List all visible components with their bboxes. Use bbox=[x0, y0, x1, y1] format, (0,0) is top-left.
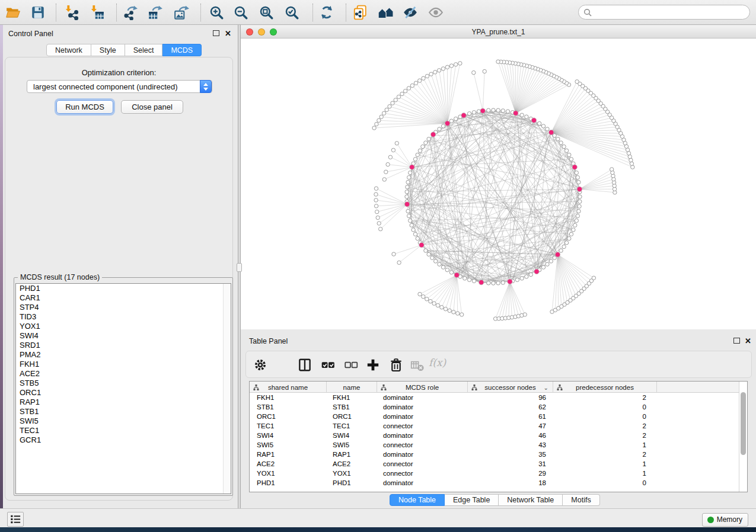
column-header-name[interactable]: name bbox=[327, 382, 377, 393]
network-leaf-node[interactable] bbox=[375, 210, 379, 213]
network-node[interactable] bbox=[409, 219, 412, 222]
table-row[interactable]: ORC1ORC1dominator610 bbox=[250, 412, 739, 421]
network-node[interactable] bbox=[424, 249, 428, 252]
network-node[interactable] bbox=[472, 111, 476, 114]
mcds-result-item[interactable]: STB5 bbox=[16, 379, 231, 388]
network-node[interactable] bbox=[525, 275, 528, 278]
network-leaf-node[interactable] bbox=[483, 69, 486, 73]
mcds-result-item[interactable]: SRD1 bbox=[16, 341, 231, 350]
network-node[interactable] bbox=[449, 271, 453, 274]
network-leaf-node[interactable] bbox=[379, 227, 382, 230]
table-row[interactable]: STB1STB1dominator620 bbox=[250, 402, 739, 412]
mcds-hub-node[interactable] bbox=[454, 273, 459, 277]
network-node[interactable] bbox=[427, 252, 430, 256]
network-leaf-node[interactable] bbox=[610, 168, 614, 171]
network-node[interactable] bbox=[406, 185, 409, 189]
zoom-fit-icon[interactable] bbox=[259, 5, 274, 20]
network-node[interactable] bbox=[438, 127, 441, 131]
network-leaf-node[interactable] bbox=[400, 92, 404, 95]
network-leaf-node[interactable] bbox=[372, 126, 376, 130]
tab-motifs[interactable]: Motifs bbox=[563, 494, 599, 506]
network-node[interactable] bbox=[546, 262, 549, 266]
table-scrollbar-thumb[interactable] bbox=[741, 392, 746, 455]
network-node[interactable] bbox=[567, 153, 571, 156]
mcds-result-item[interactable]: STB1 bbox=[16, 407, 231, 416]
network-leaf-node[interactable] bbox=[382, 178, 386, 181]
network-node[interactable] bbox=[418, 149, 422, 152]
network-leaf-node[interactable] bbox=[523, 313, 527, 316]
mcds-result-item[interactable]: YOX1 bbox=[16, 322, 231, 331]
network-node[interactable] bbox=[541, 265, 545, 269]
network-leaf-node[interactable] bbox=[432, 302, 436, 305]
network-node[interactable] bbox=[576, 214, 579, 217]
table-panel-float-icon[interactable] bbox=[733, 338, 740, 344]
network-leaf-node[interactable] bbox=[394, 98, 397, 102]
network-leaf-node[interactable] bbox=[422, 295, 425, 299]
network-node[interactable] bbox=[529, 273, 532, 276]
network-node[interactable] bbox=[406, 180, 410, 184]
network-leaf-node[interactable] bbox=[388, 105, 391, 108]
import-network-icon[interactable] bbox=[64, 5, 79, 20]
network-node[interactable] bbox=[438, 262, 441, 266]
mcds-hub-node[interactable] bbox=[555, 252, 560, 257]
deselect-all-rows-icon[interactable] bbox=[343, 357, 359, 373]
network-node[interactable] bbox=[407, 214, 411, 217]
mcds-hub-node[interactable] bbox=[549, 130, 554, 134]
network-leaf-node[interactable] bbox=[385, 108, 388, 111]
network-node[interactable] bbox=[577, 180, 580, 184]
network-leaf-node[interactable] bbox=[397, 95, 400, 98]
mcds-hub-node[interactable] bbox=[508, 279, 512, 284]
network-leaf-node[interactable] bbox=[441, 67, 445, 70]
gear-icon[interactable] bbox=[253, 357, 268, 373]
add-column-icon[interactable] bbox=[365, 357, 381, 373]
table-row[interactable]: TEC1TEC1connector472 bbox=[250, 421, 739, 431]
mcds-hub-node[interactable] bbox=[513, 111, 518, 116]
tab-style[interactable]: Style bbox=[91, 44, 125, 56]
network-node[interactable] bbox=[449, 119, 453, 123]
network-node[interactable] bbox=[496, 281, 500, 285]
network-node[interactable] bbox=[427, 137, 430, 141]
network-leaf-node[interactable] bbox=[631, 165, 634, 169]
network-node[interactable] bbox=[424, 141, 428, 145]
network-leaf-node[interactable] bbox=[374, 187, 378, 190]
network-node[interactable] bbox=[430, 256, 434, 259]
zoom-in-icon[interactable] bbox=[209, 5, 224, 20]
network-node[interactable] bbox=[496, 108, 500, 112]
mcds-result-list[interactable]: PHD1CAR1STP4TID3YOX1SWI4SRD1PMA2FKH1ACE2… bbox=[15, 283, 231, 494]
network-node[interactable] bbox=[564, 149, 568, 152]
network-leaf-node[interactable] bbox=[418, 292, 422, 296]
export-image-icon[interactable] bbox=[174, 5, 189, 20]
table-row[interactable]: RAP1RAP1dominator352 bbox=[250, 450, 739, 459]
tab-edge-table[interactable]: Edge Table bbox=[445, 494, 499, 506]
network-leaf-node[interactable] bbox=[437, 69, 441, 72]
network-leaf-node[interactable] bbox=[392, 252, 395, 256]
network-node[interactable] bbox=[578, 204, 581, 208]
network-node[interactable] bbox=[559, 249, 563, 252]
table-panel-close-icon[interactable]: ✕ bbox=[745, 338, 751, 344]
network-leaf-node[interactable] bbox=[429, 72, 433, 76]
mcds-hub-node[interactable] bbox=[419, 242, 424, 247]
tab-node-table[interactable]: Node Table bbox=[390, 494, 445, 506]
network-leaf-node[interactable] bbox=[376, 216, 379, 219]
network-leaf-node[interactable] bbox=[375, 122, 378, 126]
network-leaf-node[interactable] bbox=[440, 306, 444, 309]
network-leaf-node[interactable] bbox=[384, 170, 388, 174]
memory-button[interactable]: Memory bbox=[702, 513, 748, 527]
mcds-result-item[interactable]: STP4 bbox=[16, 303, 231, 312]
network-node[interactable] bbox=[572, 228, 575, 232]
optimization-criterion-select[interactable]: largest connected component (undirected) bbox=[27, 80, 212, 93]
mcds-result-item[interactable]: CAR1 bbox=[16, 293, 231, 303]
column-header-mcds-role[interactable]: MCDS role bbox=[377, 382, 468, 393]
apply-layout-icon[interactable] bbox=[319, 5, 334, 20]
tab-select[interactable]: Select bbox=[125, 44, 163, 56]
save-session-icon[interactable] bbox=[30, 5, 46, 20]
network-node[interactable] bbox=[520, 113, 524, 117]
network-leaf-node[interactable] bbox=[452, 310, 455, 314]
table-scrollbar[interactable] bbox=[739, 382, 747, 492]
network-node[interactable] bbox=[576, 175, 579, 179]
network-node[interactable] bbox=[541, 124, 545, 128]
network-leaf-node[interactable] bbox=[433, 70, 437, 74]
column-header-successor-nodes[interactable]: successor nodes ⌄ bbox=[468, 382, 553, 393]
network-leaf-node[interactable] bbox=[449, 64, 453, 68]
network-node[interactable] bbox=[501, 281, 505, 284]
